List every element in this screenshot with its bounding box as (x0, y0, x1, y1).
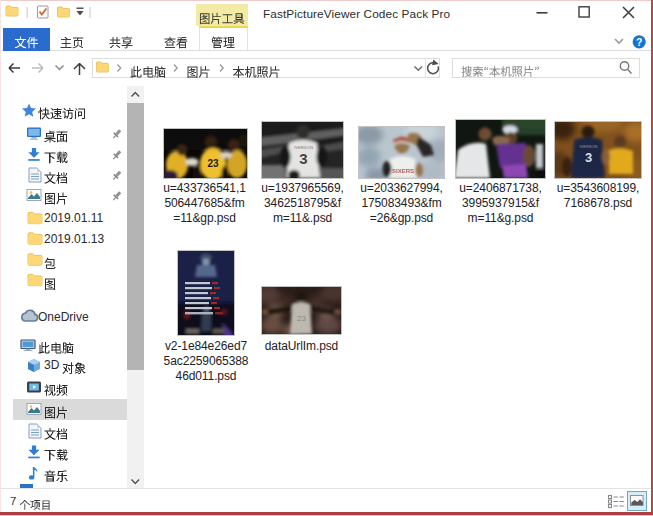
svg-text:IVERSON: IVERSON (294, 145, 313, 150)
svg-text:IVERSON: IVERSON (579, 144, 597, 149)
svg-text:3: 3 (585, 150, 592, 165)
svg-text:23: 23 (207, 158, 219, 169)
svg-text:23: 23 (297, 314, 306, 323)
svg-text:SIXERS: SIXERS (392, 168, 414, 174)
svg-text:?: ? (636, 36, 642, 48)
svg-text:3: 3 (299, 150, 307, 167)
